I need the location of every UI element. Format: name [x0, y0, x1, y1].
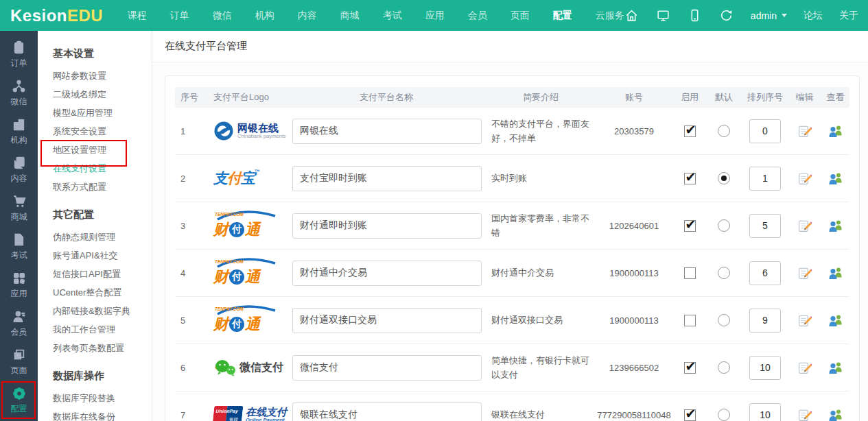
sort-order-input[interactable]	[749, 214, 781, 238]
admin-user-menu[interactable]: admin	[751, 10, 787, 21]
enable-checkbox[interactable]	[684, 315, 696, 326]
home-icon[interactable]	[624, 8, 640, 23]
forum-link[interactable]: 论坛	[804, 10, 823, 22]
enable-checkbox[interactable]	[684, 125, 696, 137]
users-icon	[828, 219, 844, 233]
settings-item[interactable]: 短信接口API配置	[53, 265, 145, 283]
top-nav-item-6[interactable]: 考试	[383, 10, 402, 22]
view-button[interactable]	[828, 171, 844, 186]
top-nav-item-9[interactable]: 页面	[511, 10, 530, 22]
view-button[interactable]	[828, 408, 844, 421]
default-radio[interactable]	[718, 219, 730, 232]
default-radio[interactable]	[718, 409, 730, 421]
platform-name-input[interactable]	[292, 166, 482, 191]
col-header-num: 序号	[175, 91, 208, 104]
sidebar-item-wechat[interactable]: 微信	[0, 73, 38, 112]
platform-name-input[interactable]	[292, 308, 482, 333]
sidebar-item-apps[interactable]: 应用	[0, 265, 38, 304]
settings-item[interactable]: 数据库字段替换	[53, 389, 145, 407]
view-button[interactable]	[828, 219, 844, 233]
platform-name-input[interactable]	[292, 355, 482, 381]
platform-name-input[interactable]	[292, 402, 482, 421]
sidebar-item-orders[interactable]: 订单	[0, 35, 38, 73]
settings-item[interactable]: 网站参数设置	[53, 67, 145, 85]
enable-checkbox[interactable]	[684, 267, 696, 279]
settings-item[interactable]: 我的工作台管理	[53, 320, 145, 339]
settings-item[interactable]: 数据库在线备份	[53, 407, 145, 421]
top-nav-item-11[interactable]: 云服务	[596, 10, 624, 22]
mobile-icon[interactable]	[688, 8, 703, 23]
about-link[interactable]: 关于	[839, 10, 858, 22]
default-radio[interactable]	[718, 267, 730, 279]
edit-button[interactable]	[797, 313, 812, 328]
sidebar-item-members[interactable]: 会员	[0, 304, 38, 342]
settings-item[interactable]: 账号通API&社交	[53, 246, 145, 265]
sort-order-input[interactable]	[749, 167, 781, 191]
sidebar-item-label: 页面	[11, 365, 27, 376]
sidebar-item-pages[interactable]: 页面	[0, 342, 38, 381]
top-nav-item-4[interactable]: 内容	[298, 10, 317, 22]
settings-item[interactable]: 在线支付设置	[53, 159, 145, 178]
settings-item[interactable]: 系统安全设置	[53, 122, 145, 141]
sort-order-input[interactable]	[749, 119, 781, 143]
enable-checkbox[interactable]	[684, 362, 696, 374]
enable-checkbox[interactable]	[684, 173, 696, 184]
top-nav-item-0[interactable]: 课程	[128, 10, 147, 22]
sidebar-item-config[interactable]: 配置	[0, 381, 38, 419]
settings-item[interactable]: 地区设置管理	[53, 141, 145, 159]
app-logo[interactable]: KesionEDU	[0, 6, 128, 25]
account-number: 1900000113	[596, 268, 672, 278]
refresh-icon[interactable]	[719, 8, 734, 23]
settings-item[interactable]: 联系方式配置	[53, 178, 145, 196]
edit-button[interactable]	[797, 361, 812, 375]
settings-item[interactable]: 列表每页条数配置	[53, 339, 145, 357]
enable-checkbox[interactable]	[684, 409, 696, 421]
default-radio[interactable]	[718, 172, 730, 184]
edit-button[interactable]	[797, 219, 812, 233]
sidebar-item-content[interactable]: 内容	[0, 150, 38, 189]
sort-order-input[interactable]	[749, 356, 781, 380]
monitor-icon[interactable]	[656, 8, 671, 23]
settings-item[interactable]: 模型&应用管理	[53, 104, 145, 122]
enable-checkbox[interactable]	[684, 220, 696, 232]
settings-item[interactable]: 伪静态规则管理	[53, 228, 145, 246]
sidebar-item-mall[interactable]: 商城	[0, 189, 38, 227]
edit-button[interactable]	[797, 266, 812, 280]
edit-button[interactable]	[797, 124, 812, 139]
sidebar-item-label: 商城	[11, 211, 27, 223]
view-button[interactable]	[828, 313, 844, 328]
logo-chinabank: 网银在线Chinabank payments	[213, 121, 285, 141]
top-nav-item-8[interactable]: 会员	[468, 10, 487, 22]
top-nav-item-3[interactable]: 机构	[255, 10, 274, 22]
default-radio[interactable]	[718, 361, 730, 374]
top-nav-item-10[interactable]: 配置	[553, 10, 572, 22]
sidebar-item-organization[interactable]: 机构	[0, 112, 38, 150]
platform-description: 实时到账	[486, 171, 596, 185]
table-row: 1 网银在线Chinabank payments 支付宝™ TENPAY.COM…	[175, 108, 849, 155]
logo-suffix: EDU	[67, 6, 103, 25]
view-button[interactable]	[828, 266, 844, 280]
settings-item[interactable]: 内部链接&数据字典	[53, 302, 145, 320]
view-button[interactable]	[828, 361, 844, 375]
top-nav-item-7[interactable]: 应用	[425, 10, 445, 22]
top-nav-item-2[interactable]: 微信	[213, 10, 232, 22]
top-nav-item-5[interactable]: 商城	[340, 10, 360, 22]
sidebar-item-label: 机构	[11, 134, 27, 146]
default-radio[interactable]	[718, 314, 730, 326]
view-button[interactable]	[828, 124, 844, 139]
table-row: 5 网银在线Chinabank payments 支付宝™ TENPAY.COM…	[175, 297, 849, 344]
settings-item[interactable]: 二级域名绑定	[53, 85, 145, 104]
sort-order-input[interactable]	[749, 261, 781, 285]
platform-name-input[interactable]	[292, 261, 482, 286]
sidebar-item-exams[interactable]: 考试	[0, 227, 38, 265]
sort-order-input[interactable]	[749, 403, 781, 421]
top-nav-item-1[interactable]: 订单	[170, 10, 189, 22]
settings-item[interactable]: UCenter整合配置	[53, 283, 145, 302]
platform-name-input[interactable]	[292, 213, 482, 239]
platform-name-input[interactable]	[292, 119, 482, 144]
default-radio[interactable]	[718, 125, 730, 137]
edit-button[interactable]	[797, 171, 812, 186]
sort-order-input[interactable]	[749, 309, 781, 333]
logo-wechat-pay: 微信支付	[213, 359, 283, 377]
edit-button[interactable]	[797, 408, 812, 421]
